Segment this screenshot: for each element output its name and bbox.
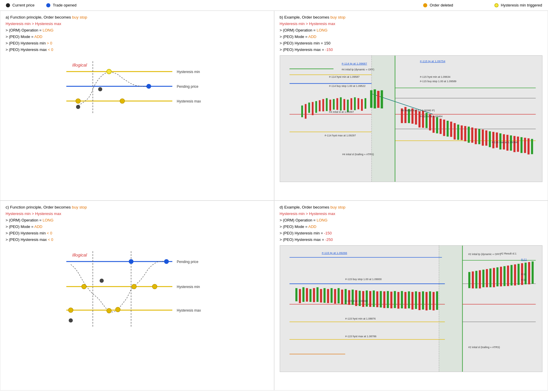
svg-rect-63 xyxy=(439,119,441,134)
svg-text:#-11: #-11 xyxy=(521,279,526,282)
svg-rect-84 xyxy=(513,136,515,152)
svg-rect-147 xyxy=(334,289,336,304)
svg-text:#-115 max at 1.09364: #-115 max at 1.09364 xyxy=(491,141,517,144)
svg-rect-159 xyxy=(376,292,378,307)
svg-text:Hysteresis min: Hysteresis min xyxy=(177,285,200,289)
panel-d: d) Example, Order becomes buy stop Hyste… xyxy=(274,201,548,391)
svg-rect-157 xyxy=(369,291,371,307)
svg-point-8 xyxy=(98,87,102,91)
svg-rect-154 xyxy=(359,291,361,306)
panel-d-info: Hysteresis min > Hysteresis max > (ORM) … xyxy=(280,211,543,243)
chart-d-svg: #-115 tp at 1.09266 #2 inital tp (dynami… xyxy=(280,246,542,372)
svg-rect-34 xyxy=(319,100,320,112)
svg-point-111 xyxy=(115,307,120,312)
svg-text:#-114 tp at 1.09687: #-114 tp at 1.09687 xyxy=(342,62,367,65)
svg-rect-57 xyxy=(418,112,420,128)
hyst-min-triggered-dot xyxy=(494,3,499,7)
svg-point-108 xyxy=(164,259,169,264)
svg-text:#-115 tp at 1.09754: #-115 tp at 1.09754 xyxy=(420,59,446,63)
svg-rect-169 xyxy=(411,292,413,310)
svg-rect-182 xyxy=(486,269,488,287)
svg-rect-37 xyxy=(329,100,331,111)
svg-rect-141 xyxy=(313,288,315,302)
svg-text:#4 inital sl at 1.09397: #4 inital sl at 1.09397 xyxy=(329,111,354,114)
diagram-c: Illogical Pending price Hysteresis min H… xyxy=(6,245,269,334)
svg-rect-61 xyxy=(432,116,434,133)
panel-d-title: d) Example, Order becomes buy stop xyxy=(280,205,543,209)
svg-rect-74 xyxy=(478,129,480,144)
panel-a-title: a) Function principle, Order becomes buy… xyxy=(6,15,269,19)
svg-rect-184 xyxy=(493,268,495,287)
svg-rect-45 xyxy=(357,98,359,110)
svg-rect-176 xyxy=(436,292,438,310)
svg-text:#4 inital sl (trailing = ATRS): #4 inital sl (trailing = ATRS) xyxy=(342,153,374,156)
svg-rect-155 xyxy=(362,291,364,307)
svg-rect-149 xyxy=(341,290,343,305)
svg-text:#2 inital sl (trailing = ATRS): #2 inital sl (trailing = ATRS) xyxy=(468,346,500,349)
svg-text:Pending price: Pending price xyxy=(177,85,198,89)
svg-rect-190 xyxy=(514,264,516,286)
svg-rect-48 xyxy=(370,90,372,108)
svg-point-114 xyxy=(68,308,73,312)
order-deleted-label: Order deleted xyxy=(430,3,453,7)
svg-rect-72 xyxy=(471,128,473,143)
diagram-c-svg: Illogical Pending price Hysteresis min H… xyxy=(6,245,269,334)
svg-text:#-115 hyst min at 1.08876: #-115 hyst min at 1.08876 xyxy=(345,317,375,320)
svg-rect-44 xyxy=(354,97,356,110)
svg-rect-158 xyxy=(372,291,375,307)
svg-point-9 xyxy=(76,105,80,109)
hyst-min-triggered-label: Hysteresis min triggered xyxy=(501,3,542,7)
panel-b-title: b) Example, Order becomes buy stop xyxy=(280,15,543,19)
panel-c-title: c) Function principle, Order becomes buy… xyxy=(6,205,269,209)
svg-text:#-11: #-11 xyxy=(521,258,527,261)
svg-point-6 xyxy=(107,69,111,74)
chart-d: #-115 tp at 1.09266 #2 inital tp (dynami… xyxy=(280,245,543,372)
svg-rect-87 xyxy=(524,138,526,153)
svg-point-112 xyxy=(132,284,136,289)
svg-text:Hysteresis max: Hysteresis max xyxy=(177,99,201,103)
svg-text:#-115 hyst max at 1.08786: #-115 hyst max at 1.08786 xyxy=(345,335,376,338)
legend-current-price: Current price xyxy=(6,3,34,7)
svg-rect-89 xyxy=(531,139,533,154)
svg-rect-146 xyxy=(330,288,332,303)
svg-rect-73 xyxy=(475,128,477,144)
svg-rect-75 xyxy=(482,130,484,146)
svg-rect-148 xyxy=(337,288,340,304)
svg-rect-142 xyxy=(316,287,318,302)
svg-rect-181 xyxy=(482,270,484,287)
svg-rect-122 xyxy=(287,246,536,372)
svg-rect-174 xyxy=(429,292,431,310)
svg-point-116 xyxy=(100,279,104,283)
svg-rect-165 xyxy=(397,292,399,309)
svg-rect-164 xyxy=(394,291,396,308)
order-deleted-dot xyxy=(423,3,427,7)
svg-text:Illogical: Illogical xyxy=(72,252,87,257)
svg-text:#-115 buy stop 1.00 at 1.09589: #-115 buy stop 1.00 at 1.09589 xyxy=(420,80,456,83)
svg-rect-191 xyxy=(517,264,519,285)
svg-rect-138 xyxy=(302,287,304,302)
svg-text:#-115 sl at 1.08918: #-115 sl at 1.08918 xyxy=(345,300,368,303)
svg-rect-145 xyxy=(327,289,329,303)
svg-rect-36 xyxy=(326,98,327,111)
svg-rect-86 xyxy=(520,137,522,153)
svg-rect-136 xyxy=(295,288,297,302)
current-price-label: Current price xyxy=(12,3,34,7)
svg-text:#-115 buy stop 1.00 at 1.09000: #-115 buy stop 1.00 at 1.09000 xyxy=(345,278,382,281)
svg-rect-151 xyxy=(348,290,350,305)
svg-rect-173 xyxy=(426,292,428,311)
svg-rect-51 xyxy=(380,90,383,109)
svg-rect-162 xyxy=(387,291,389,308)
svg-text:Hysteresis max: Hysteresis max xyxy=(177,308,201,312)
legend: Current price Trade opened Order deleted… xyxy=(0,0,548,11)
svg-rect-179 xyxy=(475,271,477,289)
svg-point-4 xyxy=(76,99,80,103)
svg-rect-35 xyxy=(322,99,324,112)
svg-rect-33 xyxy=(315,101,317,113)
svg-text:#4 inital tp (dynamic = OFF): #4 inital tp (dynamic = OFF) xyxy=(342,68,374,71)
panel-c-info: Hysteresis min > Hysteresis max > (ORM) … xyxy=(6,211,269,243)
svg-rect-168 xyxy=(408,292,410,309)
svg-rect-76 xyxy=(485,130,487,146)
svg-rect-85 xyxy=(517,137,519,152)
svg-rect-152 xyxy=(352,290,354,305)
svg-rect-177 xyxy=(468,272,470,288)
